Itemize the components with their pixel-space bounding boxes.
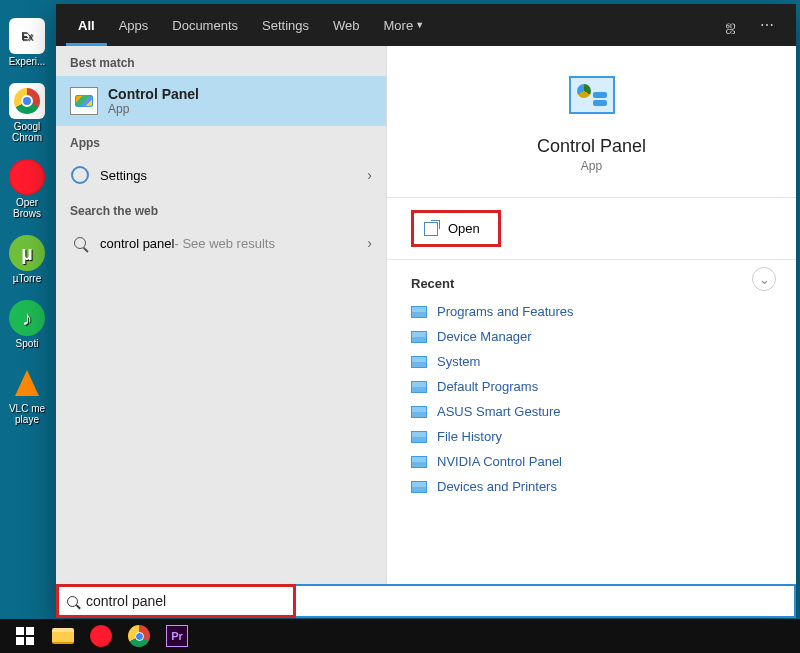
tab-apps[interactable]: Apps xyxy=(107,4,161,46)
cpl-icon xyxy=(411,331,427,343)
results-left-column: Best match Control Panel App Apps Settin… xyxy=(56,46,386,584)
taskbar-chrome[interactable] xyxy=(120,621,158,651)
tab-web[interactable]: Web xyxy=(321,4,372,46)
opera-icon xyxy=(90,625,112,647)
cpl-icon xyxy=(411,481,427,493)
desktop-icons: Ex Experi... Googl Chrom Oper Brows µ µT… xyxy=(0,0,55,620)
desktop-icon-spotify[interactable]: ♪ Spoti xyxy=(2,300,52,349)
cpl-icon xyxy=(411,456,427,468)
recent-item[interactable]: NVIDIA Control Panel xyxy=(411,449,772,474)
search-icon xyxy=(70,233,90,253)
recent-item[interactable]: Default Programs xyxy=(411,374,772,399)
open-icon xyxy=(424,222,438,236)
best-match-result[interactable]: Control Panel App xyxy=(56,76,386,126)
preview-pane: Control Panel App Open ⌄ Recent Programs… xyxy=(386,46,796,584)
desktop-icon-chrome[interactable]: Googl Chrom xyxy=(2,83,52,143)
recent-item[interactable]: Device Manager xyxy=(411,324,772,349)
cpl-icon xyxy=(411,431,427,443)
feedback-icon[interactable]: ஜ xyxy=(714,17,748,34)
gear-icon xyxy=(70,165,90,185)
result-settings[interactable]: Settings › xyxy=(56,156,386,194)
recent-item[interactable]: Programs and Features xyxy=(411,299,772,324)
taskbar-opera[interactable] xyxy=(82,621,120,651)
folder-icon xyxy=(52,628,74,644)
search-input-wrap[interactable] xyxy=(56,584,296,618)
more-options-icon[interactable]: ⋯ xyxy=(748,17,786,33)
search-icon xyxy=(67,596,78,607)
apps-label: Apps xyxy=(56,126,386,156)
search-input[interactable] xyxy=(84,592,285,610)
tab-all[interactable]: All xyxy=(66,4,107,46)
result-web-search[interactable]: control panel - See web results › xyxy=(56,224,386,262)
desktop-icon-experience[interactable]: Ex Experi... xyxy=(2,18,52,67)
taskbar-premiere[interactable]: Pr xyxy=(158,621,196,651)
tab-more[interactable]: More ▼ xyxy=(372,4,437,46)
open-button[interactable]: Open xyxy=(411,210,501,247)
recent-item[interactable]: System xyxy=(411,349,772,374)
expand-chevron[interactable]: ⌄ xyxy=(752,267,776,291)
best-match-label: Best match xyxy=(56,46,386,76)
preview-subtitle: App xyxy=(411,159,772,173)
search-bar xyxy=(56,584,796,618)
tab-documents[interactable]: Documents xyxy=(160,4,250,46)
taskbar-file-explorer[interactable] xyxy=(44,621,82,651)
desktop-icon-utorrent[interactable]: µ µTorre xyxy=(2,235,52,284)
recent-item[interactable]: Devices and Printers xyxy=(411,474,772,499)
recent-item[interactable]: ASUS Smart Gesture xyxy=(411,399,772,424)
premiere-icon: Pr xyxy=(166,625,188,647)
taskbar: Pr xyxy=(0,619,800,653)
best-match-title: Control Panel xyxy=(108,86,199,102)
desktop-icon-vlc[interactable]: VLC me playe xyxy=(2,365,52,425)
start-search-panel: All Apps Documents Settings Web More ▼ ஜ… xyxy=(56,4,796,618)
search-web-label: Search the web xyxy=(56,194,386,224)
preview-title: Control Panel xyxy=(411,136,772,157)
recent-item[interactable]: File History xyxy=(411,424,772,449)
best-match-subtitle: App xyxy=(108,102,199,116)
chevron-right-icon: › xyxy=(367,235,372,251)
control-panel-icon xyxy=(70,87,98,115)
cpl-icon xyxy=(411,406,427,418)
windows-icon xyxy=(16,627,34,645)
desktop-icon-opera[interactable]: Oper Brows xyxy=(2,159,52,219)
control-panel-large-icon xyxy=(569,76,615,114)
chevron-right-icon: › xyxy=(367,167,372,183)
chevron-down-icon: ▼ xyxy=(415,20,424,30)
tab-settings[interactable]: Settings xyxy=(250,4,321,46)
search-input-extension[interactable] xyxy=(296,584,796,618)
cpl-icon xyxy=(411,356,427,368)
chrome-icon xyxy=(128,625,150,647)
start-button[interactable] xyxy=(6,621,44,651)
search-tab-bar: All Apps Documents Settings Web More ▼ ஜ… xyxy=(56,4,796,46)
recent-label: Recent xyxy=(411,276,772,291)
cpl-icon xyxy=(411,381,427,393)
cpl-icon xyxy=(411,306,427,318)
